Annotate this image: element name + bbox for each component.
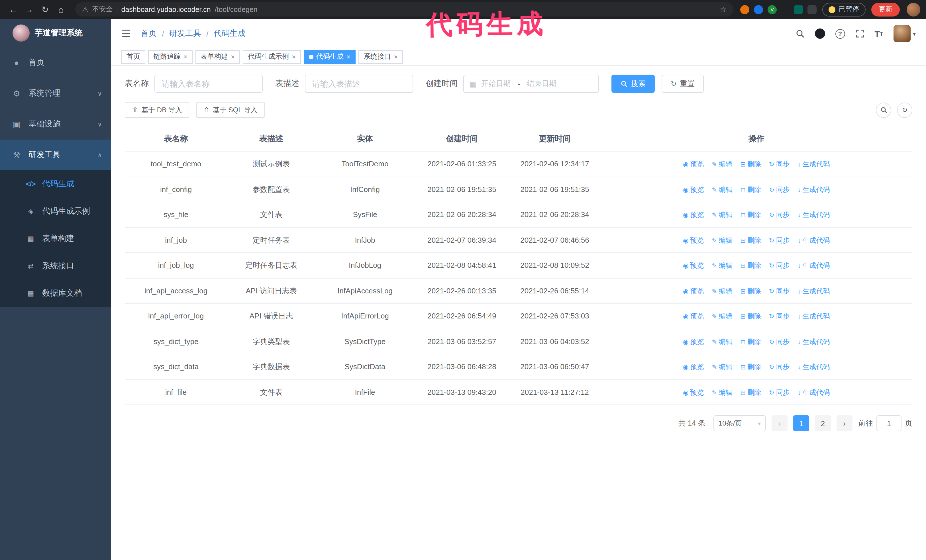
help-icon[interactable]: ? — [835, 29, 845, 38]
table-name-input[interactable] — [154, 75, 263, 93]
sync-link[interactable]: ↻同步 — [769, 184, 790, 195]
sidebar-item-system[interactable]: ⚙ 系统管理 ∨ — [0, 78, 111, 109]
tab-close-icon[interactable]: × — [292, 53, 296, 60]
sync-link[interactable]: ↻同步 — [769, 210, 790, 220]
ext-blue-drop-icon[interactable] — [754, 5, 763, 14]
sync-link[interactable]: ↻同步 — [769, 286, 790, 296]
fullscreen-icon[interactable] — [855, 29, 864, 38]
generate-code-link[interactable]: ↓生成代码 — [797, 159, 830, 169]
sidebar-item-form-builder[interactable]: ▦ 表单构建 — [0, 225, 111, 252]
refresh-table-button[interactable]: ↻ — [897, 102, 912, 118]
tab-close-icon[interactable]: × — [183, 53, 188, 60]
paused-badge[interactable]: 已暂停 — [822, 3, 865, 16]
goto-page-input[interactable] — [876, 415, 902, 431]
sync-link[interactable]: ↻同步 — [769, 261, 790, 271]
sidebar-item-codegen[interactable]: </> 代码生成 — [0, 171, 111, 198]
bookmark-star-icon[interactable]: ☆ — [720, 5, 726, 14]
toggle-search-button[interactable] — [876, 102, 891, 118]
tab-close-icon[interactable]: × — [394, 53, 398, 60]
sync-link[interactable]: ↻同步 — [769, 362, 790, 372]
import-db-button[interactable]: ⇧ 基于 DB 导入 — [125, 102, 189, 118]
breadcrumb-devtools[interactable]: 研发工具 — [169, 29, 201, 39]
preview-link[interactable]: ◉预览 — [683, 210, 704, 220]
edit-link[interactable]: ✎编辑 — [712, 159, 732, 169]
delete-link[interactable]: ⊟删除 — [740, 311, 761, 322]
ext-green-v-icon[interactable]: V — [767, 5, 777, 14]
tab-代码生成[interactable]: 代码生成× — [304, 50, 356, 63]
page-button-1[interactable]: 1 — [793, 415, 809, 431]
edit-link[interactable]: ✎编辑 — [712, 387, 732, 398]
edit-link[interactable]: ✎编辑 — [712, 337, 732, 347]
preview-link[interactable]: ◉预览 — [683, 362, 704, 372]
preview-link[interactable]: ◉预览 — [683, 311, 704, 322]
next-page-button[interactable]: › — [837, 415, 852, 431]
preview-link[interactable]: ◉预览 — [683, 235, 704, 246]
user-avatar[interactable]: ▾ — [894, 25, 916, 42]
delete-link[interactable]: ⊟删除 — [740, 261, 761, 271]
start-date-placeholder[interactable]: 开始日期 — [481, 78, 511, 89]
sync-link[interactable]: ↻同步 — [769, 311, 790, 322]
edit-link[interactable]: ✎编辑 — [712, 286, 732, 296]
preview-link[interactable]: ◉预览 — [683, 286, 704, 296]
delete-link[interactable]: ⊟删除 — [740, 286, 761, 296]
generate-code-link[interactable]: ↓生成代码 — [797, 235, 830, 246]
preview-link[interactable]: ◉预览 — [683, 159, 704, 169]
edit-link[interactable]: ✎编辑 — [712, 184, 732, 195]
breadcrumb-home[interactable]: 首页 — [141, 29, 157, 39]
prev-page-button[interactable]: ‹ — [772, 415, 788, 431]
tab-close-icon[interactable]: × — [231, 53, 235, 60]
search-button[interactable]: 搜索 — [611, 75, 655, 93]
preview-link[interactable]: ◉预览 — [683, 387, 704, 398]
import-sql-button[interactable]: ⇧ 基于 SQL 导入 — [196, 102, 265, 118]
sync-link[interactable]: ↻同步 — [769, 159, 790, 169]
page-size-select[interactable]: 10条/页 ▾ — [713, 415, 766, 431]
generate-code-link[interactable]: ↓生成代码 — [797, 362, 830, 372]
preview-link[interactable]: ◉预览 — [683, 261, 704, 271]
delete-link[interactable]: ⊟删除 — [740, 337, 761, 347]
tab-链路追踪[interactable]: 链路追踪× — [148, 50, 193, 63]
ext-orange-icon[interactable] — [740, 5, 749, 14]
generate-code-link[interactable]: ↓生成代码 — [797, 387, 830, 398]
ext-teal-icon[interactable] — [794, 5, 803, 14]
back-icon[interactable]: ← — [6, 5, 21, 14]
github-icon[interactable] — [815, 29, 825, 39]
generate-code-link[interactable]: ↓生成代码 — [797, 337, 830, 347]
edit-link[interactable]: ✎编辑 — [712, 362, 732, 372]
delete-link[interactable]: ⊟删除 — [740, 387, 761, 398]
sidebar-item-devtools[interactable]: ⚒ 研发工具 ∧ — [0, 140, 111, 171]
hamburger-icon[interactable]: ☰ — [121, 27, 130, 40]
search-icon[interactable] — [795, 29, 804, 38]
sync-link[interactable]: ↻同步 — [769, 337, 790, 347]
reset-button[interactable]: ↻ 重置 — [661, 75, 704, 93]
forward-icon[interactable]: → — [22, 5, 36, 14]
reload-icon[interactable]: ↻ — [38, 4, 53, 15]
generate-code-link[interactable]: ↓生成代码 — [797, 261, 830, 271]
edit-link[interactable]: ✎编辑 — [712, 235, 732, 246]
ext-grid-icon[interactable] — [781, 5, 789, 14]
tab-表单构建[interactable]: 表单构建× — [195, 50, 240, 63]
sidebar-item-home[interactable]: ● 首页 — [0, 47, 111, 78]
end-date-placeholder[interactable]: 结束日期 — [527, 78, 557, 89]
edit-link[interactable]: ✎编辑 — [712, 311, 732, 322]
delete-link[interactable]: ⊟删除 — [740, 235, 761, 246]
tab-close-icon[interactable]: × — [346, 53, 351, 60]
generate-code-link[interactable]: ↓生成代码 — [797, 311, 830, 322]
page-button-2[interactable]: 2 — [815, 415, 831, 431]
home-icon[interactable]: ⌂ — [54, 5, 68, 14]
table-desc-input[interactable] — [305, 75, 413, 93]
generate-code-link[interactable]: ↓生成代码 — [797, 210, 830, 220]
edit-link[interactable]: ✎编辑 — [712, 210, 732, 220]
sidebar-item-codegen-example[interactable]: ◈ 代码生成示例 — [0, 198, 111, 225]
tab-首页[interactable]: 首页 — [121, 50, 145, 63]
sync-link[interactable]: ↻同步 — [769, 387, 790, 398]
sidebar-item-infra[interactable]: ▣ 基础设施 ∨ — [0, 109, 111, 140]
sidebar-item-db-doc[interactable]: ▤ 数据库文档 — [0, 280, 111, 307]
preview-link[interactable]: ◉预览 — [683, 337, 704, 347]
sync-link[interactable]: ↻同步 — [769, 235, 790, 246]
delete-link[interactable]: ⊟删除 — [740, 210, 761, 220]
delete-link[interactable]: ⊟删除 — [740, 362, 761, 372]
tab-系统接口[interactable]: 系统接口× — [359, 50, 403, 63]
browser-avatar[interactable] — [906, 3, 920, 16]
preview-link[interactable]: ◉预览 — [683, 184, 704, 195]
generate-code-link[interactable]: ↓生成代码 — [797, 184, 830, 195]
